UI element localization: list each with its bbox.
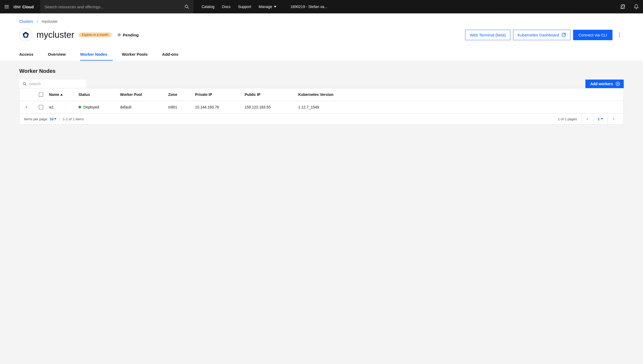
header-actions: Web Terminal (beta) Kubernetes Dashboard… — [465, 29, 624, 40]
col-worker-pool[interactable]: Worker Pool — [120, 92, 168, 97]
table-toolbar: Add workers — [19, 80, 624, 88]
col-private-ip[interactable]: Private IP — [195, 92, 245, 97]
search-icon[interactable] — [184, 4, 189, 9]
chevron-left-icon — [586, 117, 588, 121]
breadcrumb-current: mycluster — [42, 19, 58, 24]
cluster-header: mycluster Expires in a month Pending Web… — [19, 28, 624, 41]
hamburger-menu[interactable] — [0, 0, 13, 13]
pagination: Items per page: 10 | 1-1 of 1 items 1 of… — [20, 114, 623, 124]
chevron-down-icon — [601, 118, 603, 120]
global-header: IBM Cloud Catalog Docs Support Manage 18… — [0, 0, 643, 13]
header-icon-group — [616, 0, 643, 13]
overflow-icon — [619, 32, 620, 37]
chevron-right-icon — [612, 117, 615, 121]
expires-badge: Expires in a month — [78, 32, 111, 37]
nav-support[interactable]: Support — [234, 0, 255, 13]
add-workers-label: Add workers — [590, 82, 613, 86]
cluster-status: Pending — [118, 33, 139, 37]
svg-line-4 — [188, 7, 189, 9]
brand-link[interactable]: IBM Cloud — [13, 0, 40, 13]
table-search[interactable] — [19, 80, 86, 88]
ipp-value: 10 — [50, 117, 53, 121]
select-all-checkbox[interactable] — [39, 92, 43, 97]
nav-manage-label: Manage — [259, 5, 272, 9]
notifications-button[interactable] — [630, 0, 643, 13]
section-title: Worker Nodes — [19, 68, 624, 74]
brand-bold: Cloud — [22, 5, 34, 9]
web-terminal-button[interactable]: Web Terminal (beta) — [465, 30, 510, 40]
tab-worker-pools[interactable]: Worker Pools — [122, 49, 153, 61]
svg-marker-5 — [274, 6, 276, 7]
svg-point-15 — [619, 36, 620, 37]
bell-icon — [634, 4, 639, 9]
svg-point-16 — [23, 82, 25, 85]
tab-overview[interactable]: Overview — [48, 49, 71, 61]
overflow-menu[interactable] — [615, 29, 624, 40]
plus-circle-icon — [616, 82, 620, 86]
status-dot-pending — [118, 33, 121, 36]
col-public-ip[interactable]: Public IP — [245, 92, 298, 97]
edit-icon — [620, 4, 626, 9]
breadcrumb-root[interactable]: Clusters — [19, 19, 33, 24]
edit-button[interactable] — [616, 0, 630, 13]
kubernetes-dashboard-button[interactable]: Kubernetes Dashboard — [513, 30, 570, 40]
svg-point-3 — [185, 5, 188, 8]
cell-status: Deployed — [78, 105, 120, 109]
pager-next[interactable] — [607, 114, 619, 124]
col-k8s-version[interactable]: Kubernetes Version — [298, 92, 623, 97]
header-nav: Catalog Docs Support Manage — [198, 0, 280, 13]
nav-docs[interactable]: Docs — [218, 0, 234, 13]
col-status[interactable]: Status — [78, 92, 120, 97]
table-row: w1 Deployed default mil01 10.144.183.76 … — [20, 101, 623, 114]
tab-addons[interactable]: Add-ons — [162, 49, 184, 61]
col-zone[interactable]: Zone — [168, 92, 195, 97]
svg-marker-21 — [60, 94, 63, 95]
page-header-area: Clusters / mycluster mycluster Expires i… — [0, 13, 643, 61]
current-page: 1 — [598, 117, 600, 121]
cell-private-ip: 10.144.183.76 — [195, 105, 245, 109]
table-header-row: Name Status Worker Pool Zone Private IP … — [20, 88, 623, 101]
ipp-selector[interactable]: 10 — [50, 117, 56, 121]
cell-name: w1 — [49, 105, 78, 109]
col-name[interactable]: Name — [49, 92, 78, 97]
sort-desc-icon — [60, 94, 63, 96]
chevron-down-icon — [54, 118, 57, 120]
svg-point-13 — [619, 32, 620, 33]
content-area: Worker Nodes Add workers Name Status Wor… — [0, 61, 643, 135]
ipp-label: Items per page: — [24, 117, 48, 121]
search-icon — [23, 82, 27, 86]
global-search[interactable] — [40, 0, 193, 13]
worker-nodes-table: Name Status Worker Pool Zone Private IP … — [19, 88, 624, 125]
breadcrumb: Clusters / mycluster — [19, 19, 624, 24]
chevron-right-icon — [25, 106, 27, 109]
add-workers-button[interactable]: Add workers — [585, 80, 624, 88]
hamburger-icon — [4, 4, 9, 9]
row-checkbox[interactable] — [39, 105, 43, 109]
cluster-icon — [19, 28, 32, 41]
account-switcher[interactable]: 1890219 - Stefan va... — [286, 0, 332, 13]
svg-marker-23 — [601, 118, 603, 119]
chevron-down-icon — [274, 6, 276, 7]
pager-prev[interactable] — [581, 114, 593, 124]
svg-point-14 — [619, 34, 620, 35]
kubernetes-dashboard-label: Kubernetes Dashboard — [518, 33, 559, 37]
table-search-input[interactable] — [29, 82, 83, 86]
cell-k8s-version: 1.12.7_1549 — [298, 105, 623, 109]
nav-catalog[interactable]: Catalog — [198, 0, 218, 13]
page-selector[interactable]: 1 — [593, 114, 607, 124]
nav-manage[interactable]: Manage — [255, 0, 280, 13]
kubernetes-icon — [22, 31, 29, 39]
tab-access[interactable]: Access — [19, 49, 39, 61]
cluster-status-label: Pending — [123, 33, 139, 37]
cluster-title: mycluster — [36, 30, 74, 40]
col-name-label: Name — [49, 92, 59, 97]
account-label: 1890219 - Stefan va... — [290, 5, 327, 9]
status-dot-deployed — [78, 106, 81, 108]
search-input[interactable] — [44, 5, 182, 9]
connect-cli-button[interactable]: Connect via CLI — [573, 30, 612, 40]
svg-marker-22 — [54, 118, 57, 119]
row-expand[interactable] — [20, 106, 33, 109]
cell-zone: mil01 — [168, 105, 195, 109]
launch-icon — [562, 33, 566, 37]
tab-worker-nodes[interactable]: Worker Nodes — [80, 49, 113, 61]
